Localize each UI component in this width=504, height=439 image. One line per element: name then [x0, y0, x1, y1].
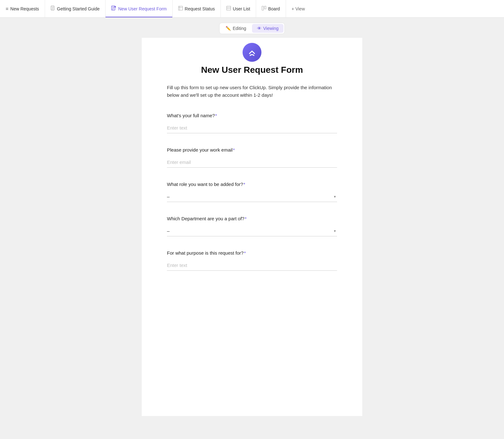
purpose-input[interactable]: [167, 260, 337, 271]
status-icon: [178, 6, 183, 11]
logo-circle: [243, 43, 261, 62]
nav-add-view[interactable]: + View: [286, 0, 311, 17]
full-name-input[interactable]: [167, 123, 337, 133]
nav-new-user-request-form[interactable]: New User Request Form: [106, 0, 173, 17]
logo-wrapper: [167, 38, 337, 65]
mode-toggle: ✏️ Editing 👁 Viewing: [219, 23, 285, 34]
form-description: Fill up this form to set up new users fo…: [167, 84, 337, 99]
svg-rect-15: [262, 6, 264, 10]
list-icon: ≡: [6, 6, 9, 11]
editing-mode-button[interactable]: ✏️ Editing: [220, 24, 251, 33]
board-icon: [262, 6, 266, 11]
field-work-email: Please provide your work email*: [167, 147, 337, 168]
field-department: Which Department are you a part of?* – ▾: [167, 216, 337, 236]
pencil-icon: ✏️: [226, 26, 231, 31]
form-icon: [111, 6, 116, 12]
svg-rect-16: [265, 6, 266, 9]
field-role-label: What role you want to be added for?*: [167, 182, 337, 187]
work-email-input[interactable]: [167, 157, 337, 168]
eye-icon: 👁: [257, 26, 261, 31]
role-select-wrapper: – ▾: [167, 191, 337, 202]
form-title: New User Request Form: [167, 65, 337, 75]
field-department-label: Which Department are you a part of?*: [167, 216, 337, 221]
top-navigation: ≡ New Requests Getting Started Guide N: [0, 0, 504, 18]
field-purpose: For what purpose is this request for?*: [167, 250, 337, 271]
field-work-email-label: Please provide your work email*: [167, 147, 337, 153]
mode-toggle-container: ✏️ Editing 👁 Viewing: [0, 18, 504, 38]
field-full-name-label: What's your full name?*: [167, 113, 337, 118]
field-full-name: What's your full name?*: [167, 113, 337, 133]
form-card: New User Request Form Fill up this form …: [142, 38, 362, 416]
content-wrapper: New User Request Form Fill up this form …: [0, 38, 504, 429]
list-icon-2: [226, 6, 231, 11]
viewing-mode-button[interactable]: 👁 Viewing: [252, 24, 284, 33]
field-role: What role you want to be added for?* – ▾: [167, 182, 337, 202]
svg-rect-9: [179, 6, 183, 10]
nav-getting-started[interactable]: Getting Started Guide: [45, 0, 106, 17]
svg-rect-12: [227, 6, 231, 10]
nav-user-list[interactable]: User List: [221, 0, 256, 17]
field-purpose-label: For what purpose is this request for?*: [167, 250, 337, 256]
nav-request-status[interactable]: Request Status: [173, 0, 221, 17]
department-select-wrapper: – ▾: [167, 226, 337, 236]
role-select[interactable]: –: [167, 191, 337, 202]
department-select[interactable]: –: [167, 226, 337, 236]
nav-new-requests[interactable]: ≡ New Requests: [0, 0, 45, 17]
nav-board[interactable]: Board: [256, 0, 286, 17]
doc-icon: [51, 6, 55, 12]
